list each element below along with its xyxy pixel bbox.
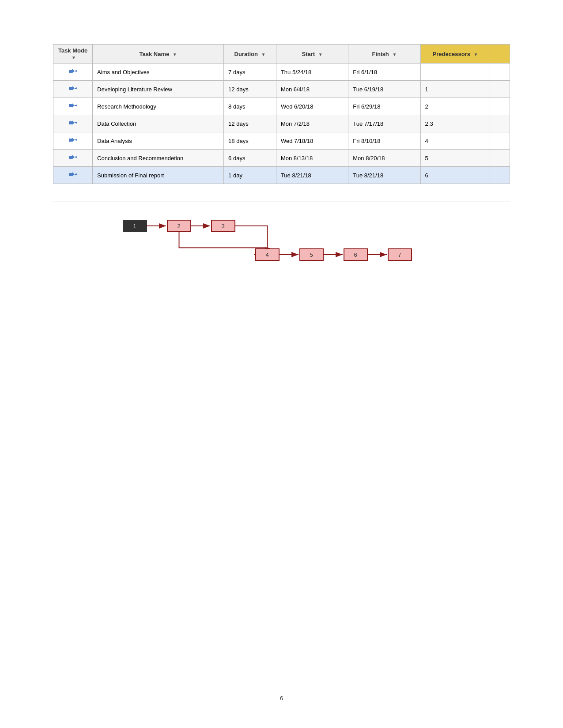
extra-cell — [490, 150, 510, 167]
th-task-mode[interactable]: Task Mode ▼ — [53, 45, 93, 64]
predecessors-cell: 5 — [420, 150, 490, 167]
table-section: Task Mode ▼ Task Name ▼ Duration ▼ Start… — [53, 44, 510, 184]
node-2: 2 — [167, 220, 191, 232]
svg-rect-5 — [69, 87, 72, 90]
table-header-row: Task Mode ▼ Task Name ▼ Duration ▼ Start… — [53, 45, 510, 64]
finish-cell: Tue 8/21/18 — [348, 167, 420, 184]
svg-rect-30 — [69, 173, 72, 176]
node-7: 7 — [388, 248, 412, 261]
duration-cell: 6 days — [224, 150, 276, 167]
svg-marker-16 — [72, 120, 75, 125]
predecessors-cell — [420, 64, 490, 81]
table-row: Developing Literature Review12 daysMon 6… — [53, 81, 510, 98]
node-3: 3 — [211, 220, 235, 232]
predecessors-cell: 2 — [420, 98, 490, 115]
predecessors-cell: 4 — [420, 132, 490, 150]
extra-cell — [490, 81, 510, 98]
duration-cell: 18 days — [224, 132, 276, 150]
start-cell: Wed 6/20/18 — [276, 98, 348, 115]
table-row: Conclusion and Recommendetion6 daysMon 8… — [53, 150, 510, 167]
extra-cell — [490, 115, 510, 132]
th-duration[interactable]: Duration ▼ — [224, 45, 276, 64]
th-start[interactable]: Start ▼ — [276, 45, 348, 64]
start-cell: Thu 5/24/18 — [276, 64, 348, 81]
task-mode-cell — [53, 167, 93, 184]
task-mode-cell — [53, 150, 93, 167]
predecessors-cell: 2,3 — [420, 115, 490, 132]
task-name-cell: Submission of Final report — [93, 167, 224, 184]
svg-marker-26 — [72, 155, 75, 159]
svg-rect-25 — [69, 156, 72, 159]
table-body: Aims and Objectives7 daysThu 5/24/18Fri … — [53, 64, 510, 184]
predecessors-cell: 1 — [420, 81, 490, 98]
page-container: Task Mode ▼ Task Name ▼ Duration ▼ Start… — [0, 0, 563, 728]
predecessors-cell: 6 — [420, 167, 490, 184]
table-row: Data Analysis18 daysWed 7/18/18Fri 8/10/… — [53, 132, 510, 150]
start-cell: Mon 7/2/18 — [276, 115, 348, 132]
duration-sort-icon: ▼ — [261, 52, 266, 57]
duration-cell: 7 days — [224, 64, 276, 81]
table-row: Research Methodology8 daysWed 6/20/18Fri… — [53, 98, 510, 115]
diagram-container: 1234567 — [123, 215, 441, 286]
extra-cell — [490, 132, 510, 150]
task-mode-icon — [68, 118, 78, 128]
task-mode-cell — [53, 115, 93, 132]
th-finish[interactable]: Finish ▼ — [348, 45, 420, 64]
svg-marker-1 — [72, 69, 75, 73]
duration-cell: 8 days — [224, 98, 276, 115]
svg-marker-21 — [72, 138, 75, 142]
table-row: Aims and Objectives7 daysThu 5/24/18Fri … — [53, 64, 510, 81]
node-4: 4 — [255, 248, 280, 261]
finish-cell: Tue 7/17/18 — [348, 115, 420, 132]
finish-cell: Fri 6/1/18 — [348, 64, 420, 81]
th-predecessors[interactable]: Predecessors ▼ — [420, 45, 490, 64]
diagram-section: 1234567 — [53, 202, 510, 286]
svg-rect-10 — [69, 104, 72, 107]
start-sort-icon: ▼ — [318, 52, 323, 57]
finish-sort-icon: ▼ — [392, 52, 397, 57]
duration-cell: 1 day — [224, 167, 276, 184]
task-mode-cell — [53, 132, 93, 150]
start-cell: Mon 6/4/18 — [276, 81, 348, 98]
task-mode-icon — [68, 152, 78, 162]
gantt-table: Task Mode ▼ Task Name ▼ Duration ▼ Start… — [53, 44, 510, 184]
extra-cell — [490, 64, 510, 81]
finish-cell: Tue 6/19/18 — [348, 81, 420, 98]
task-mode-cell — [53, 98, 93, 115]
task-name-cell: Conclusion and Recommendetion — [93, 150, 224, 167]
extra-cell — [490, 98, 510, 115]
svg-rect-20 — [69, 139, 72, 142]
start-cell: Tue 8/21/18 — [276, 167, 348, 184]
task-mode-icon — [68, 135, 78, 145]
node-6: 6 — [344, 248, 368, 261]
table-row: Data Collection12 daysMon 7/2/18Tue 7/17… — [53, 115, 510, 132]
task-mode-icon — [68, 101, 78, 110]
task-name-cell: Aims and Objectives — [93, 64, 224, 81]
task-name-cell: Research Methodology — [93, 98, 224, 115]
svg-rect-0 — [69, 70, 72, 73]
duration-cell: 12 days — [224, 115, 276, 132]
task-mode-icon — [68, 83, 78, 93]
predecessors-sort-icon: ▼ — [473, 52, 478, 57]
node-5: 5 — [299, 248, 324, 261]
th-extra — [490, 45, 510, 64]
table-row: Submission of Final report1 dayTue 8/21/… — [53, 167, 510, 184]
task-name-cell: Data Analysis — [93, 132, 224, 150]
finish-cell: Fri 6/29/18 — [348, 98, 420, 115]
finish-cell: Fri 8/10/18 — [348, 132, 420, 150]
task-name-sort-icon: ▼ — [173, 52, 177, 57]
th-task-name[interactable]: Task Name ▼ — [93, 45, 224, 64]
task-mode-sort-icon: ▼ — [72, 55, 76, 60]
task-mode-cell — [53, 81, 93, 98]
start-cell: Mon 8/13/18 — [276, 150, 348, 167]
svg-marker-31 — [72, 172, 75, 176]
node-1: 1 — [123, 220, 147, 232]
svg-rect-15 — [69, 121, 72, 124]
task-mode-cell — [53, 64, 93, 81]
extra-cell — [490, 167, 510, 184]
finish-cell: Mon 8/20/18 — [348, 150, 420, 167]
svg-marker-11 — [72, 103, 75, 108]
task-name-cell: Data Collection — [93, 115, 224, 132]
start-cell: Wed 7/18/18 — [276, 132, 348, 150]
task-mode-icon — [68, 169, 78, 179]
